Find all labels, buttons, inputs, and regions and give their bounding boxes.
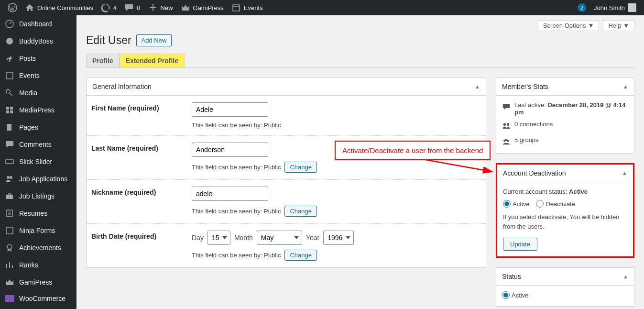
radio-active[interactable]: Active	[503, 200, 529, 208]
change-button[interactable]: Change	[284, 206, 317, 217]
year-select[interactable]: 1996	[323, 231, 354, 245]
rank-icon	[5, 260, 14, 270]
connections-text: 0 connections	[514, 121, 553, 128]
sidebar-item-pages[interactable]: Pages	[0, 119, 76, 136]
sidebar-item-dashboard[interactable]: Dashboard	[0, 15, 76, 33]
nickname-input[interactable]	[192, 187, 268, 201]
account-deactivation-box: Account Deactivation▲ Current account st…	[496, 163, 634, 258]
gamipress-link[interactable]: GamiPress	[177, 0, 228, 15]
updates-link[interactable]: 4	[97, 0, 120, 15]
updates-count: 4	[113, 4, 117, 11]
first-name-input[interactable]	[192, 102, 268, 117]
page-title: Edit User	[86, 34, 131, 47]
sidebar-label: Ninja Forms	[19, 227, 55, 234]
crown-icon	[181, 3, 190, 12]
deactivation-note: If you select deactivate, You will be hi…	[503, 212, 627, 231]
svg-rect-6	[6, 107, 9, 110]
comment-icon	[124, 3, 134, 12]
new-link[interactable]: New	[144, 0, 177, 15]
change-button[interactable]: Change	[284, 162, 317, 173]
updates-icon	[101, 3, 110, 12]
groups-icon	[502, 137, 511, 147]
comments-link[interactable]: 0	[120, 0, 144, 15]
groups-text: 5 groups	[514, 136, 539, 143]
media-icon	[5, 88, 14, 98]
sidebar-item-mediapress[interactable]: MediaPress	[0, 101, 76, 119]
caret-down-icon: ▼	[588, 22, 594, 29]
day-select[interactable]: 15	[207, 231, 230, 245]
doc-icon	[5, 209, 14, 218]
crown-icon	[5, 277, 14, 287]
sidebar-label: Dashboard	[19, 20, 52, 28]
box-title: Account Deactivation	[503, 169, 566, 177]
sidebar-label: Comments	[19, 141, 52, 148]
year-label: Year	[306, 234, 319, 242]
collapse-icon[interactable]: ▲	[623, 84, 628, 89]
svg-rect-14	[6, 195, 13, 199]
status-box: Status▲ Active	[496, 267, 634, 307]
sidebar-label: Events	[19, 72, 40, 79]
svg-rect-7	[10, 107, 13, 110]
user-menu[interactable]: John Smith	[590, 0, 640, 15]
woo-icon	[5, 295, 14, 302]
update-button[interactable]: Update	[503, 238, 537, 251]
visibility-text: This field can be seen by: Public	[192, 164, 281, 171]
sidebar-item-slick[interactable]: Slick Slider	[0, 153, 76, 170]
plus-icon	[148, 3, 158, 12]
svg-point-19	[503, 123, 506, 126]
screen-options-button[interactable]: Screen Options ▼	[538, 20, 599, 31]
collapse-icon[interactable]: ▲	[623, 274, 628, 279]
calendar-icon	[5, 71, 14, 80]
collapse-icon[interactable]: ▲	[622, 170, 627, 176]
sidebar-label: Posts	[19, 55, 36, 62]
svg-point-5	[6, 89, 10, 93]
help-button[interactable]: Help ▼	[603, 20, 634, 31]
visibility-text: This field can be seen by: Public	[192, 208, 281, 215]
sidebar-item-ranks[interactable]: Ranks	[0, 256, 76, 274]
sidebar-item-posts[interactable]: Posts	[0, 50, 76, 67]
visibility-text: This field can be seen by: Public	[192, 252, 281, 259]
collapse-icon[interactable]: ▲	[475, 84, 480, 89]
sidebar-item-jobapps[interactable]: Job Applications	[0, 170, 76, 188]
change-button[interactable]: Change	[284, 250, 317, 261]
notifications[interactable]: 2	[574, 0, 590, 15]
buddyboss-icon	[5, 36, 14, 46]
wp-logo[interactable]	[4, 0, 21, 15]
sidebar-label: MediaPress	[19, 106, 55, 114]
admin-sidebar: Dashboard BuddyBoss Posts Events Media M…	[0, 15, 76, 309]
dashboard-icon	[5, 19, 14, 29]
briefcase-icon	[5, 191, 14, 201]
sidebar-label: Achievements	[19, 244, 61, 252]
member-stats-box: Member's Stats▲ Last active: December 28…	[496, 77, 634, 154]
slider-icon	[5, 157, 14, 166]
box-title: General Information	[92, 83, 152, 90]
user-name-label: John Smith	[594, 4, 625, 11]
svg-rect-11	[6, 160, 13, 164]
sidebar-item-comments[interactable]: Comments	[0, 136, 76, 153]
notif-badge: 2	[578, 3, 586, 12]
sidebar-item-buddyboss[interactable]: BuddyBoss	[0, 33, 76, 50]
sidebar-item-media[interactable]: Media	[0, 84, 76, 101]
radio-deactivate[interactable]: Deactivate	[536, 200, 575, 208]
month-select[interactable]: May	[257, 231, 302, 245]
sidebar-item-resumes[interactable]: Resumes	[0, 205, 76, 222]
site-name-link[interactable]: Online Communities	[21, 0, 97, 15]
add-new-button[interactable]: Add New	[136, 34, 172, 46]
visibility-text: This field can be seen by: Public	[192, 121, 281, 129]
sidebar-item-achievements[interactable]: Achievements	[0, 239, 76, 256]
sidebar-item-woo[interactable]: WooCommerce	[0, 291, 76, 306]
activity-icon	[502, 102, 511, 112]
sidebar-item-ninja[interactable]: Ninja Forms	[0, 222, 76, 239]
sidebar-item-gamipress[interactable]: GamiPress	[0, 274, 76, 291]
sidebar-label: BuddyBoss	[19, 37, 53, 45]
sidebar-item-joblistings[interactable]: Job Listings	[0, 188, 76, 205]
gamipress-label: GamiPress	[193, 4, 224, 11]
sidebar-item-events[interactable]: Events	[0, 67, 76, 84]
radio-status-active[interactable]: Active	[502, 291, 528, 299]
tab-extended-profile[interactable]: Extended Profile	[120, 54, 185, 67]
events-link[interactable]: Events	[228, 0, 267, 15]
svg-point-20	[507, 123, 509, 126]
last-name-input[interactable]	[192, 143, 268, 157]
tab-profile[interactable]: Profile	[86, 54, 120, 67]
month-label: Month	[234, 234, 253, 242]
